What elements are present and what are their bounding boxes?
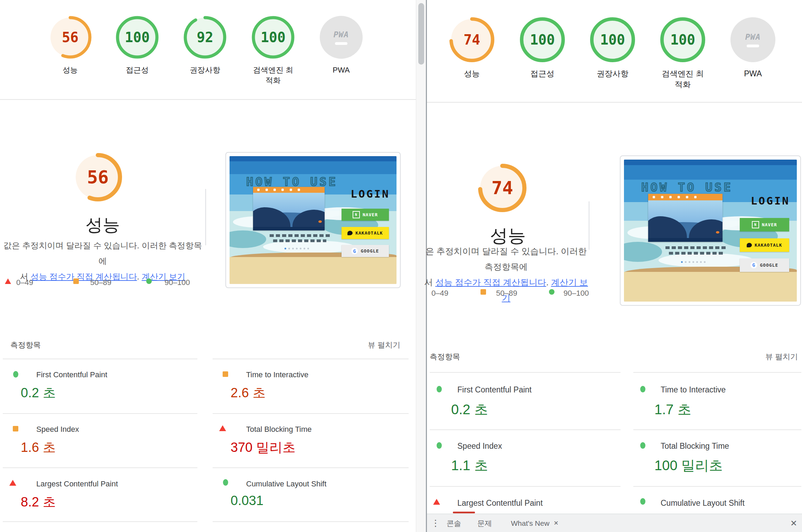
- thumb-login-title: LOGIN: [751, 194, 790, 207]
- score-best-practices[interactable]: 92 권장사항: [183, 15, 227, 75]
- metric-average-icon: [13, 426, 18, 431]
- google-icon: G: [351, 248, 358, 254]
- legend-pass-range: 90–100: [165, 278, 190, 287]
- metric-name[interactable]: Cumulative Layout Shift: [246, 479, 326, 488]
- metric-value: 1.1 초: [451, 456, 488, 475]
- score-value: 100: [115, 15, 160, 60]
- metric-pass-icon: [437, 442, 442, 449]
- lighthouse-report-right: 74 성능 100 접근성 100 권장사항 100 검색엔진 최적화 PWA …: [427, 0, 802, 532]
- kakaotalk-login-button: KAKAOTALK: [740, 238, 789, 252]
- score-label: 성능: [48, 65, 93, 75]
- metric-fail-icon: [219, 425, 226, 431]
- tab-close-icon[interactable]: ✕: [553, 520, 558, 527]
- score-seo[interactable]: 100 검색엔진 최적화: [659, 16, 706, 90]
- drawer-close-icon[interactable]: ✕: [790, 514, 797, 532]
- thumb-game-window: [648, 194, 722, 242]
- score-value: 100: [659, 16, 706, 63]
- desc-prefix: 서: [424, 277, 435, 287]
- metric-name[interactable]: Time to Interactive: [661, 385, 726, 395]
- metric-average-icon: [223, 371, 228, 377]
- score-value: 100: [589, 16, 636, 63]
- metric-value-clipped: [453, 512, 475, 513]
- scrollbar-thumb[interactable]: [418, 3, 424, 65]
- kakaotalk-icon: [347, 231, 353, 235]
- thumb-heading: HOW TO USE: [641, 180, 733, 194]
- legend-average-range: 50–89: [90, 278, 111, 287]
- pwa-logo: PWA: [334, 30, 349, 39]
- drawer-menu-icon[interactable]: ⋮: [431, 514, 440, 532]
- gauge-value: 56: [72, 152, 123, 203]
- legend-fail-icon: [5, 278, 11, 284]
- score-seo[interactable]: 100 검색엔진 최적화: [251, 15, 296, 85]
- metric-name[interactable]: Cumulative Layout Shift: [661, 498, 745, 508]
- score-value: 100: [519, 16, 566, 63]
- score-performance[interactable]: 56 성능: [48, 15, 93, 75]
- legend-pass-icon: [146, 278, 152, 284]
- metric-name[interactable]: Speed Index: [36, 425, 79, 434]
- metric-divider: [213, 359, 409, 359]
- metric-value: 370 밀리초: [231, 439, 296, 456]
- kakaotalk-icon: [747, 243, 752, 247]
- score-value: 74: [448, 16, 495, 63]
- drawer-tab-console[interactable]: 콘솔: [447, 514, 461, 532]
- score-calc-link[interactable]: 성능 점수가 직접 계산됩니다: [30, 272, 137, 281]
- score-label: 접근성: [519, 68, 566, 79]
- score-calc-link[interactable]: 성능 점수가 직접 계산됩니다: [435, 277, 546, 287]
- metric-value: 8.2 초: [21, 493, 56, 511]
- metric-divider: [430, 429, 621, 430]
- metric-pass-icon: [640, 498, 645, 505]
- metric-value: 1.6 초: [21, 439, 56, 456]
- page-screenshot-thumbnail[interactable]: HOW TO USE LOGIN NNAVER KAKAOTALK GGOOGL…: [620, 155, 801, 306]
- performance-gauge: 74: [477, 162, 528, 213]
- kakaotalk-login-button: KAKAOTALK: [342, 227, 389, 239]
- lighthouse-report-left: 56 성능 100 접근성 92 권장사항 100 검색엔진 최적화 PWA P…: [0, 0, 416, 532]
- metric-divider: [633, 372, 801, 373]
- legend-fail-range: 0–49: [431, 289, 448, 298]
- score-performance[interactable]: 74 성능: [448, 16, 495, 79]
- score-pwa[interactable]: PWA PWA: [319, 15, 364, 75]
- google-login-button: GGOOGLE: [342, 245, 389, 257]
- page-screenshot-thumbnail[interactable]: HOW TO USE LOGIN NNAVER KAKAOTALK GGOOGL…: [225, 152, 401, 288]
- naver-icon: N: [353, 211, 360, 218]
- metric-divider: [213, 521, 409, 522]
- metric-value: 1.7 초: [654, 400, 691, 419]
- score-best-practices[interactable]: 100 권장사항: [589, 16, 636, 79]
- metric-pass-icon: [13, 371, 18, 378]
- metric-divider: [213, 467, 409, 468]
- metric-name[interactable]: Speed Index: [457, 441, 502, 451]
- metric-divider: [3, 413, 197, 414]
- thumb-caption-line: [669, 252, 724, 255]
- gauge-description: 값은 추정치이며 달라질 수 있습니다. 이러한 측정항목에 서 성능 점수가 …: [0, 238, 205, 284]
- metric-name[interactable]: First Contentful Paint: [36, 370, 107, 379]
- metric-value: 0.031: [231, 493, 263, 508]
- metric-value: 0.2 초: [21, 384, 56, 402]
- expand-view-button[interactable]: 뷰 펼치기: [729, 352, 798, 362]
- desc-separator: .: [137, 272, 141, 281]
- metric-name[interactable]: Total Blocking Time: [661, 441, 729, 451]
- legend-average-icon: [73, 278, 79, 284]
- thumb-carousel-dots: [285, 248, 309, 249]
- naver-login-button: NNAVER: [342, 209, 389, 221]
- score-accessibility[interactable]: 100 접근성: [519, 16, 566, 79]
- fish-icon: [318, 220, 322, 223]
- drawer-tab-whats-new[interactable]: What's New✕: [511, 514, 559, 532]
- thumb-window-titlebar: [253, 187, 325, 193]
- thumb-heading: HOW TO USE: [246, 175, 338, 189]
- legend-pass-icon: [549, 289, 554, 295]
- page-screenshot-image: HOW TO USE LOGIN NNAVER KAKAOTALK GGOOGL…: [624, 160, 797, 302]
- thumb-game-window: [253, 187, 325, 230]
- expand-view-button[interactable]: 뷰 펼치기: [331, 340, 400, 350]
- metric-pass-icon: [223, 479, 228, 486]
- metric-name[interactable]: Largest Contentful Paint: [36, 479, 118, 488]
- devtools-drawer-bar: ⋮ 콘솔 문제 What's New✕ ✕: [427, 514, 802, 532]
- metric-name[interactable]: First Contentful Paint: [457, 385, 532, 395]
- gauge-thumb-divider: [589, 201, 589, 250]
- score-pwa[interactable]: PWA PWA: [729, 16, 776, 79]
- metric-name[interactable]: Total Blocking Time: [246, 425, 312, 434]
- score-accessibility[interactable]: 100 접근성: [115, 15, 160, 75]
- metric-name[interactable]: Largest Contentful Paint: [457, 498, 543, 508]
- drawer-tab-issues[interactable]: 문제: [477, 514, 492, 532]
- metric-fail-icon: [9, 480, 16, 486]
- metric-name[interactable]: Time to Interactive: [246, 370, 308, 379]
- naver-icon: N: [752, 221, 759, 228]
